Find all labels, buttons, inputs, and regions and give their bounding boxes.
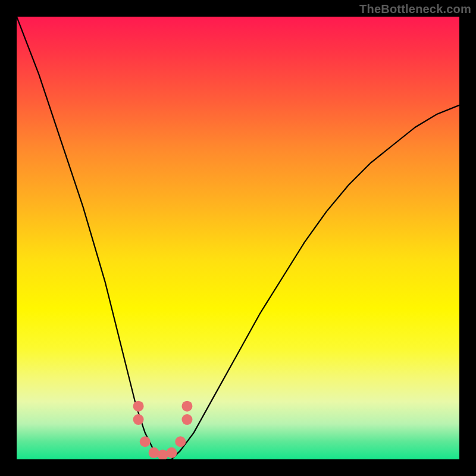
highlight-dot (158, 450, 168, 459)
chart-svg (17, 17, 459, 459)
highlight-dot (133, 414, 144, 425)
highlight-dot (175, 436, 186, 447)
bottleneck-curve (17, 17, 459, 459)
curve-group (17, 17, 459, 459)
highlight-dots (133, 401, 193, 459)
highlight-dot (181, 401, 192, 412)
chart-frame: TheBottleneck.com (0, 0, 476, 476)
highlight-dot (181, 414, 192, 425)
watermark-text: TheBottleneck.com (359, 2, 471, 16)
highlight-dot (166, 447, 177, 458)
highlight-dot (133, 401, 144, 412)
plot-area (17, 17, 459, 459)
highlight-dot (140, 436, 151, 447)
